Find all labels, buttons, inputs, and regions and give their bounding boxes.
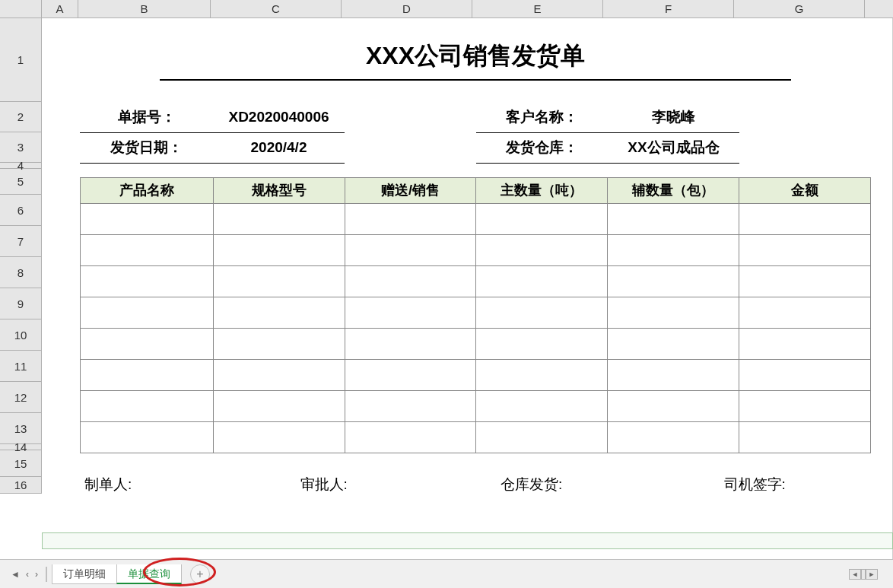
table-cell[interactable] [608,359,739,390]
col-amount[interactable]: 金额 [739,177,871,203]
active-row-highlight [42,532,893,549]
table-cell[interactable] [345,390,476,421]
row-header[interactable]: 6 [0,195,41,226]
table-cell[interactable] [739,265,871,297]
table-cell[interactable] [608,265,739,297]
table-cell[interactable] [213,390,345,421]
table-cell[interactable] [81,328,214,359]
table-cell[interactable] [608,328,739,359]
table-cell[interactable] [213,265,345,297]
tab-scroll-next-icon[interactable]: › [32,569,41,580]
table-cell[interactable] [213,234,345,265]
column-header[interactable]: C [211,0,342,17]
row-header[interactable]: 15 [0,450,41,477]
table-cell[interactable] [81,203,214,234]
table-cell[interactable] [81,234,214,265]
add-sheet-button[interactable]: + [190,564,210,584]
row-header[interactable]: 10 [0,319,41,351]
row-header[interactable]: 11 [0,351,41,382]
row-header[interactable]: 1 [0,18,41,102]
table-cell[interactable] [739,359,871,390]
row-header[interactable]: 3 [0,132,41,163]
table-row [81,359,871,390]
table-cell[interactable] [476,297,608,328]
table-cell[interactable] [608,234,739,265]
select-all-corner[interactable] [0,0,42,18]
column-header[interactable]: G [734,0,865,17]
col-spec[interactable]: 规格型号 [213,177,345,203]
table-cell[interactable] [476,203,608,234]
col-aux-qty[interactable]: 辅数量（包） [608,177,739,203]
grid-area[interactable]: XXX公司销售发货单 单据号： XD2020040006 客户名称： 李晓峰 发… [42,18,893,559]
table-cell[interactable] [213,328,345,359]
customer-value[interactable]: 李晓峰 [608,102,739,132]
table-cell[interactable] [608,421,739,453]
table-cell[interactable] [608,297,739,328]
table-cell[interactable] [476,421,608,453]
column-headers: ABCDEFG [42,0,893,18]
table-cell[interactable] [739,421,871,453]
table-cell[interactable] [476,265,608,297]
doc-no-value[interactable]: XD2020040006 [213,102,345,132]
col-product[interactable]: 产品名称 [81,177,214,203]
row-header[interactable]: 8 [0,257,41,288]
scroll-right-icon[interactable]: ► [866,569,878,580]
row-header[interactable]: 5 [0,169,41,195]
column-header[interactable]: E [472,0,603,17]
tab-scroll-first-icon[interactable]: ◄ [8,569,23,580]
document-title-row: XXX公司销售发货单 [80,18,871,102]
scroll-left-icon[interactable]: ◄ [849,569,861,580]
table-cell[interactable] [739,390,871,421]
column-header[interactable]: F [603,0,734,17]
sheet-tab-doc-query[interactable]: 单据查询 [116,564,182,584]
ship-date-value[interactable]: 2020/4/2 [213,132,345,163]
table-cell[interactable] [345,265,476,297]
table-cell[interactable] [476,359,608,390]
row-header[interactable]: 7 [0,226,41,257]
column-header[interactable]: B [78,0,211,17]
row-header[interactable]: 2 [0,102,41,132]
table-cell[interactable] [345,297,476,328]
table-cell[interactable] [345,421,476,453]
table-cell[interactable] [739,203,871,234]
table-cell[interactable] [608,203,739,234]
signature-driver: 司机签字: [648,475,872,494]
table-cell[interactable] [213,297,345,328]
table-cell[interactable] [81,421,214,453]
table-cell[interactable] [81,390,214,421]
table-cell[interactable] [476,328,608,359]
table-cell[interactable] [345,234,476,265]
col-main-qty[interactable]: 主数量（吨） [476,177,608,203]
table-cell[interactable] [476,390,608,421]
table-cell[interactable] [213,359,345,390]
row-header[interactable]: 9 [0,288,41,319]
table-row [81,297,871,328]
column-header[interactable]: D [342,0,472,17]
row-header[interactable]: 14 [0,444,41,450]
column-header[interactable]: A [42,0,78,17]
table-cell[interactable] [345,203,476,234]
table-cell[interactable] [345,359,476,390]
table-cell[interactable] [213,421,345,453]
table-cell[interactable] [213,203,345,234]
spreadsheet-app: ABCDEFG 12345678910111213141516 XXX公司销售发… [0,0,893,588]
table-cell[interactable] [739,297,871,328]
row-header[interactable]: 16 [0,477,41,494]
table-cell[interactable] [81,297,214,328]
row-header[interactable]: 4 [0,163,41,169]
table-cell[interactable] [739,328,871,359]
tab-scroll-prev-icon[interactable]: ‹ [23,569,32,580]
sheet-tab-order-detail[interactable]: 订单明细 [52,564,117,584]
horizontal-scroll[interactable]: ◄ ► [849,569,878,580]
col-gift-sale[interactable]: 赠送/销售 [345,177,476,203]
warehouse-value[interactable]: XX公司成品仓 [608,132,739,163]
table-cell[interactable] [81,359,214,390]
table-cell[interactable] [476,234,608,265]
row-header[interactable]: 12 [0,382,41,413]
table-cell[interactable] [81,265,214,297]
table-cell[interactable] [739,234,871,265]
table-cell[interactable] [345,328,476,359]
table-cell[interactable] [608,390,739,421]
row-header[interactable]: 13 [0,413,41,444]
signature-row: 制单人: 审批人: 仓库发货: 司机签字: [80,475,871,494]
